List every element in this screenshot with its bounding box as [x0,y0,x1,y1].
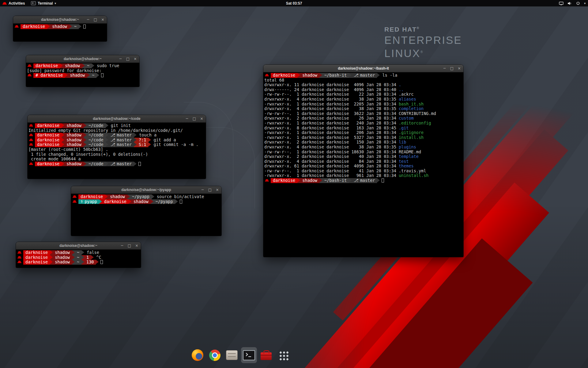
powerline-arrow-icon [106,133,108,138]
terminal-line: drwxrwxr-x. 4 darknoise darknoise 38 Jan… [264,106,462,111]
app-grid-icon [278,350,288,360]
terminal-icon [243,350,255,360]
close-button[interactable]: × [457,67,461,70]
prompt-segment-path: ~/code [86,123,106,128]
window-titlebar[interactable]: darknoise@shadow:~ ─ □ × [26,55,139,63]
terminal-line: Initialized empty Git repository in /hom… [28,128,205,133]
prompt-segment-host: shadow [64,138,84,143]
prompt-segment-host: shadow [64,142,84,147]
minimize-button[interactable]: ─ [119,57,123,61]
terminal-line: -rw-rw-r--. 1 darknoise darknoise 18630 … [264,150,462,155]
maximize-button[interactable]: □ [450,67,454,70]
dock-terminal-button[interactable] [241,347,257,363]
branch-icon: ⎇ [354,73,359,78]
terminal-text: .editorconfig [399,121,431,125]
chrome-icon [209,350,221,361]
close-button[interactable]: × [101,18,105,21]
powerline-arrow-icon [47,24,50,29]
app-menu-terminal[interactable]: Terminal ▾ [31,0,56,6]
terminal-text: 1 file changed, 0 insertions(+), 0 delet… [28,152,148,157]
prompt-segment-path: ~/bash-it [322,178,349,183]
minimize-button[interactable]: ─ [86,18,90,21]
minimize-button[interactable]: ─ [201,188,205,192]
terminal-text: drwxrwxr-x. 2 darknoise darknoise 150 Ja… [264,140,399,144]
maximize-button[interactable]: □ [127,244,131,247]
system-status-area[interactable]: ▾ [559,0,586,6]
terminal-content[interactable]: darknoiseshadow~ [13,24,107,41]
terminal-text: drwxrwxr-x. 4 darknoise darknoise 38 Jan… [264,144,399,149]
minimize-button[interactable]: ─ [120,244,124,247]
window-titlebar[interactable]: darknoise@shadow:~ ─ □ × [16,242,141,250]
powerline-arrow-icon [319,178,322,183]
window-title: darknoise@shadow:~/pyapp [71,186,221,194]
maximize-button[interactable]: □ [208,188,212,192]
powerline-arrow-icon [62,142,64,147]
terminal-line: darknoiseshadow~ [14,24,106,29]
terminal-text: bash_it.sh [399,102,424,106]
window-titlebar[interactable]: darknoise@shadow:~/bash-it ─ □ × [263,65,463,72]
powerline-arrow-icon [377,178,380,183]
terminal-line: drwxrwxr-x. 4 darknoise darknoise 38 Jan… [264,97,462,102]
brand-line-redhat: RED HAT® [384,26,462,33]
maximize-button[interactable]: □ [93,18,97,21]
terminal-line: create mode 100644 a [28,157,205,162]
prompt-segment-host: shadow [300,73,319,78]
terminal-line: darknoiseshadow~/bash-it⎇master ls -la [264,73,462,78]
terminal-content[interactable]: darknoiseshadow~/bash-it⎇master ls -lato… [263,72,463,257]
close-button[interactable]: × [200,117,204,121]
terminal-text: drwxrwxr-x. 4 darknoise darknoise 84 Jan… [264,159,399,164]
powerline-arrow-icon [106,162,108,167]
prompt-segment-host: shadow [131,199,151,204]
clock[interactable]: Sat 03:57 [286,1,302,6]
branch-icon: ⎇ [354,178,359,183]
close-button[interactable]: × [135,244,139,247]
dock-chrome-button[interactable] [207,347,223,363]
dock-software-button[interactable] [258,347,274,363]
minimize-button[interactable]: ─ [185,117,189,121]
terminal-text: install.sh [399,135,424,140]
prompt-segment-host: shadow [68,73,87,78]
prompt-segment-git: ⎇master [352,73,377,78]
prompt-segment-path: ~ [75,260,81,265]
terminal-text: -rwxrwxr-x. 1 darknoise darknoise 240 Ja… [264,121,399,125]
window-titlebar[interactable]: darknoise@shadow:~ ─ □ × [13,16,107,24]
terminal-text: ls -la [380,73,397,78]
terminal-content[interactable]: darknoiseshadow~/pyapp source bin/activa… [71,194,221,236]
terminal-text: themes [399,163,414,168]
powerline-arrow-icon [62,123,64,128]
terminal-line: drwx------. 24 darknoise darknoise 4096 … [264,87,462,92]
power-icon [576,1,580,5]
powerline-arrow-icon [50,255,53,260]
dock-files-button[interactable] [224,347,240,363]
terminal-content[interactable]: darknoiseshadow~/code git initInitialize… [28,123,206,179]
terminal-line: -rwxrwxr-x. 1 darknoise darknoise 5327 J… [264,135,462,140]
redhat-prompt-icon [265,73,269,78]
close-button[interactable]: × [215,188,219,192]
window-titlebar[interactable]: darknoise@shadow:~/code ─ □ × [28,115,206,123]
terminal-text: git init [108,123,131,128]
prompt-segment-git: ⎇master [108,133,134,138]
terminal-text: drwxrwxr-x. 4 darknoise darknoise 38 Jan… [264,106,399,111]
terminal-text: drwxrwxr-x. 2 darknoise darknoise 40 Jan… [264,154,399,159]
close-button[interactable]: × [133,57,137,61]
dock-app-grid-button[interactable] [275,347,291,363]
terminal-line: -rwxrwxr-x. 1 darknoise darknoise 961 Ja… [264,173,462,178]
powerline-arrow-icon [106,123,108,128]
activities-button[interactable]: Activities [2,0,25,6]
prompt-segment-git: ⎇master [108,162,134,167]
maximize-button[interactable]: □ [192,117,196,121]
terminal-content[interactable]: darknoiseshadow~ sudo true[sudo] passwor… [26,63,139,87]
terminal-line: drwxrwxr-x. 4 darknoise darknoise 84 Jan… [264,159,462,164]
terminal-line: darknoiseshadow~/code⎇master?:1 git add … [28,138,205,143]
terminal-content[interactable]: darknoiseshadow~ falsedarknoiseshadow~1 … [16,250,141,268]
window-titlebar[interactable]: darknoise@shadow:~/pyapp ─ □ × [71,186,221,194]
dock-firefox-button[interactable] [190,347,205,363]
minimize-button[interactable]: ─ [443,67,447,70]
maximize-button[interactable]: □ [126,57,130,61]
powerline-arrow-icon [152,194,154,199]
prompt-segment-user: darknoise [35,123,62,128]
prompt-segment-host: shadow [300,178,319,183]
terminal-app-icon [31,1,36,5]
redhat-prompt-icon [265,178,269,183]
powerline-arrow-icon [96,73,99,78]
